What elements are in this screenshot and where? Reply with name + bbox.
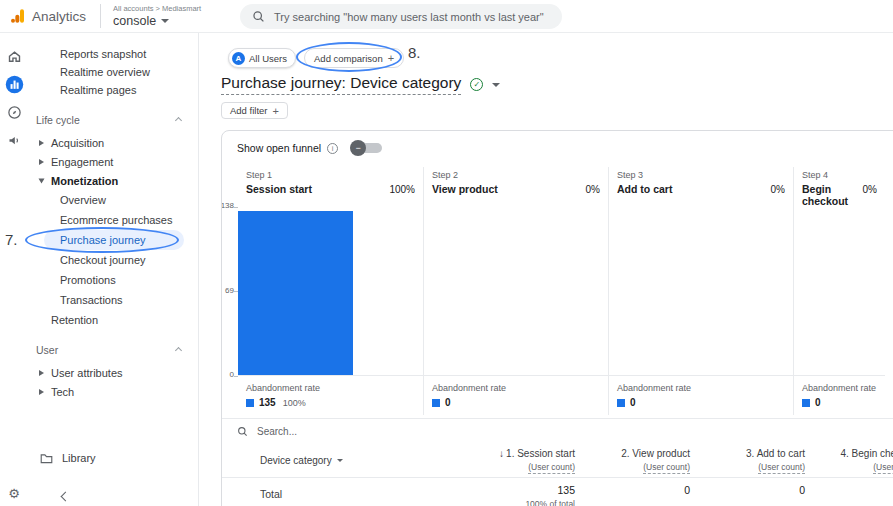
- advertising-icon[interactable]: [4, 130, 24, 150]
- column-header-session-start[interactable]: ↓1. Session start (User count): [460, 444, 575, 477]
- all-users-chip[interactable]: A All Users: [228, 48, 296, 68]
- sidebar-item-overview[interactable]: Overview: [28, 190, 198, 210]
- retention-label: Retention: [51, 314, 98, 326]
- analytics-logo[interactable]: Analytics: [0, 8, 86, 24]
- y-tick-label: 138: [221, 201, 234, 210]
- abandonment-count: 0: [630, 397, 636, 408]
- global-search-input[interactable]: Try searching "how many users last month…: [240, 4, 562, 29]
- section-life-cycle[interactable]: Life cycle: [28, 111, 198, 129]
- abandonment-rate-label: Abandonment rate: [802, 383, 877, 393]
- sidebar-item-retention[interactable]: Retention: [28, 310, 198, 329]
- plus-icon: +: [388, 52, 394, 64]
- sidebar-item-monetization[interactable]: Monetization: [28, 171, 198, 190]
- sidebar-item-reports-snapshot[interactable]: Reports snapshot: [28, 45, 198, 63]
- acquisition-label: Acquisition: [51, 137, 104, 149]
- abandonment-rate-label: Abandonment rate: [246, 383, 415, 393]
- engagement-label: Engagement: [51, 156, 113, 168]
- sidebar-item-library[interactable]: Library: [28, 452, 96, 464]
- sidebar-item-engagement[interactable]: Engagement: [28, 152, 198, 171]
- sidebar-item-transactions[interactable]: Transactions: [28, 290, 198, 310]
- sidebar-item-ecommerce-purchases[interactable]: Ecommerce purchases: [28, 210, 198, 230]
- add-comparison-button[interactable]: Add comparison +: [304, 48, 404, 68]
- legend-swatch: [802, 399, 810, 407]
- main-content: A All Users Add comparison + Purchase jo…: [199, 33, 893, 506]
- show-open-funnel-label: Show open funnel: [237, 142, 321, 154]
- chevron-down-icon: [337, 459, 343, 462]
- column-subtitle: (User count): [873, 462, 893, 474]
- top-bar: Analytics All accounts > Mediasmart cons…: [0, 0, 893, 33]
- table-row-total: Total 135 100% of total 0 0: [222, 478, 893, 506]
- y-tick: [234, 376, 238, 377]
- abandonment-rate: 100%: [283, 398, 306, 408]
- column-title: 1. Session start: [506, 448, 575, 459]
- total-label: Total: [222, 478, 460, 506]
- account-switcher[interactable]: All accounts > Mediasmart console: [100, 4, 201, 28]
- funnel-step-header: Step 4 Begin checkout 0%: [794, 167, 885, 207]
- verified-check-icon[interactable]: ✓: [470, 78, 483, 91]
- legend-swatch: [246, 399, 254, 407]
- column-header-add-to-cart[interactable]: 3. Add to cart (User count): [690, 444, 805, 477]
- abandonment-count: 0: [445, 397, 451, 408]
- step-label: View product: [432, 183, 498, 195]
- total-value: 0: [690, 484, 805, 496]
- sidebar-item-checkout-journey[interactable]: Checkout journey: [28, 250, 198, 270]
- page-title[interactable]: Purchase journey: Device category: [221, 74, 461, 95]
- funnel-report-card: Show open funnel i − 138 69 0: [221, 130, 893, 506]
- search-icon: [237, 426, 248, 437]
- sidebar-item-tech[interactable]: Tech: [28, 382, 198, 401]
- funnel-step-header: Step 3 Add to cart 0%: [609, 167, 793, 207]
- funnel-plot-area: [238, 207, 423, 376]
- abandonment-info: Abandonment rate 0: [424, 376, 608, 415]
- sidebar-item-purchase-journey[interactable]: Purchase journey: [44, 230, 184, 250]
- life-cycle-label: Life cycle: [36, 114, 80, 126]
- sidebar-item-promotions[interactable]: Promotions: [28, 270, 198, 290]
- column-subtitle: (User count): [758, 462, 805, 474]
- step-number: Step 1: [246, 170, 415, 180]
- sidebar-item-acquisition[interactable]: Acquisition: [28, 133, 198, 152]
- step-completion: 0%: [771, 184, 785, 195]
- sort-descending-icon: ↓: [499, 448, 504, 459]
- funnel-bar-step-1[interactable]: [238, 211, 353, 375]
- plus-icon: +: [273, 105, 279, 117]
- collapse-arrow-icon: [39, 178, 45, 183]
- column-header-begin-checkout[interactable]: 4. Begin checkout (User count): [805, 444, 893, 477]
- column-header-view-product[interactable]: 2. View product (User count): [575, 444, 690, 477]
- search-icon: [252, 10, 265, 23]
- funnel-step-2-column: Step 2 View product 0% Abandonment rate …: [423, 167, 608, 415]
- device-category-header[interactable]: Device category: [222, 444, 460, 477]
- app-rail: ⚙: [0, 33, 28, 506]
- explore-icon[interactable]: [4, 102, 24, 122]
- funnel-plot-area: [794, 207, 885, 376]
- column-title: 4. Begin checkout: [841, 448, 893, 459]
- home-icon[interactable]: [4, 46, 24, 66]
- chevron-down-icon[interactable]: [492, 83, 500, 87]
- info-icon[interactable]: i: [327, 143, 338, 154]
- abandonment-rate-label: Abandonment rate: [617, 383, 785, 393]
- toggle-knob: −: [350, 140, 366, 156]
- step-completion: 100%: [389, 184, 415, 195]
- open-funnel-toggle[interactable]: −: [350, 140, 382, 156]
- reports-icon[interactable]: [4, 74, 24, 94]
- funnel-chart: 138 69 0 Step 1 Session start 100%: [224, 167, 885, 415]
- settings-gear-icon[interactable]: ⚙: [0, 486, 28, 501]
- sidebar-item-realtime-pages[interactable]: Realtime pages: [28, 81, 198, 99]
- sidebar-item-purchase-journey-wrap: Purchase journey: [28, 230, 198, 250]
- analytics-app: Analytics All accounts > Mediasmart cons…: [0, 0, 893, 506]
- total-cell-view-product: 0: [575, 478, 690, 506]
- step-label: Session start: [246, 183, 312, 195]
- add-filter-button[interactable]: Add filter +: [221, 102, 288, 119]
- abandonment-rate-label: Abandonment rate: [432, 383, 600, 393]
- step-number: Step 2: [432, 170, 600, 180]
- device-category-label: Device category: [260, 455, 332, 466]
- legend-swatch: [432, 399, 440, 407]
- sidebar-item-user-attributes[interactable]: User attributes: [28, 363, 198, 382]
- abandonment-info: Abandonment rate 0: [609, 376, 793, 415]
- total-value: 135: [460, 484, 575, 496]
- funnel-step-4-column: Step 4 Begin checkout 0% Abandonment rat…: [793, 167, 885, 415]
- section-user[interactable]: User: [28, 341, 198, 359]
- collapse-nav-icon[interactable]: [61, 492, 71, 502]
- table-search-input[interactable]: Search...: [222, 418, 893, 444]
- sidebar-item-realtime-overview[interactable]: Realtime overview: [28, 63, 198, 81]
- expand-arrow-icon: [39, 389, 44, 395]
- total-cell-add-to-cart: 0: [690, 478, 805, 506]
